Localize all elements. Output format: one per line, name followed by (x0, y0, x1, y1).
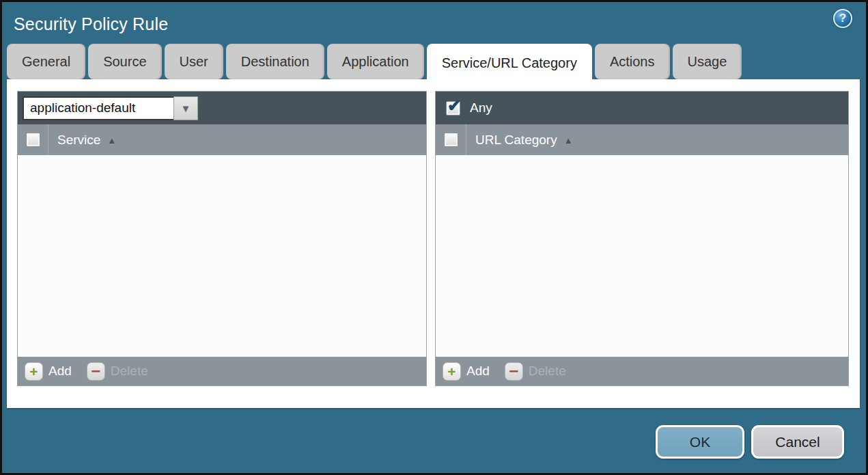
service-type-dropdown-button[interactable]: ▼ (173, 96, 198, 120)
any-checkbox[interactable]: ✔ (446, 101, 460, 116)
url-category-select-all-checkbox[interactable] (444, 133, 458, 147)
dialog-title: Security Policy Rule (14, 14, 168, 34)
sort-ascending-icon: ▲ (564, 135, 573, 145)
url-category-column-label-cell[interactable]: URL Category ▲ (466, 124, 573, 155)
tab-service-url-category[interactable]: Service/URL Category (427, 44, 592, 82)
url-category-column-header: URL Category ▲ (436, 124, 848, 156)
ok-button[interactable]: OK (656, 425, 744, 459)
service-type-input[interactable] (23, 96, 173, 120)
tab-label: Actions (610, 54, 655, 70)
checkmark-icon: ✔ (447, 98, 461, 114)
tab-general[interactable]: General (7, 44, 85, 79)
any-label: Any (470, 100, 492, 116)
tab-source[interactable]: Source (88, 44, 161, 79)
chevron-down-icon: ▼ (181, 103, 191, 114)
service-toolbar: ▼ (18, 92, 426, 124)
url-category-add-button[interactable]: + Add (443, 362, 490, 381)
url-category-column-label: URL Category (475, 133, 557, 148)
sort-ascending-icon: ▲ (107, 135, 116, 145)
tab-label: Service/URL Category (442, 55, 577, 71)
tab-label: Application (342, 54, 409, 70)
url-category-footer: + Add − Delete (436, 357, 848, 385)
tab-label: Usage (688, 54, 727, 70)
url-category-delete-button[interactable]: − Delete (505, 362, 566, 381)
tab-usage[interactable]: Usage (673, 44, 742, 79)
tab-label: User (180, 54, 208, 70)
service-list[interactable] (18, 156, 426, 357)
service-select-all-cell (18, 124, 48, 155)
tab-bar: General Source User Destination Applicat… (7, 44, 742, 79)
service-column-header: Service ▲ (18, 124, 426, 156)
tab-label: Source (103, 54, 146, 70)
service-column-label-cell[interactable]: Service ▲ (48, 124, 116, 155)
any-row: ✔ Any (440, 100, 492, 116)
dialog-titlebar: Security Policy Rule ? (14, 10, 856, 38)
tab-actions[interactable]: Actions (595, 44, 670, 79)
delete-icon: − (505, 362, 523, 381)
dialog-background: Security Policy Rule ? General Source Us… (2, 2, 866, 473)
delete-button-label: Delete (111, 364, 148, 379)
tab-user[interactable]: User (165, 44, 223, 79)
delete-icon: − (87, 362, 105, 381)
help-icon[interactable]: ? (833, 9, 852, 28)
service-panel: ▼ Service ▲ + Add − (17, 91, 427, 386)
add-button-label: Add (48, 364, 72, 379)
tab-label: General (22, 54, 70, 70)
service-add-button[interactable]: + Add (25, 362, 72, 381)
add-button-label: Add (466, 364, 490, 379)
add-icon: + (25, 362, 43, 381)
tab-application[interactable]: Application (327, 44, 424, 79)
service-select-all-checkbox[interactable] (26, 133, 40, 147)
url-category-list[interactable] (436, 156, 848, 357)
service-footer: + Add − Delete (18, 357, 426, 385)
help-icon-glyph: ? (839, 12, 846, 25)
add-icon: + (443, 362, 461, 381)
tab-destination[interactable]: Destination (226, 44, 324, 79)
service-delete-button[interactable]: − Delete (87, 362, 148, 381)
url-category-select-all-cell (436, 124, 466, 155)
delete-button-label: Delete (529, 364, 566, 379)
tab-content-area: ▼ Service ▲ + Add − (7, 79, 860, 408)
url-category-panel: ✔ Any URL Category ▲ + Add (435, 91, 849, 386)
url-category-toolbar: ✔ Any (436, 92, 848, 124)
service-column-label: Service (57, 133, 100, 148)
cancel-button[interactable]: Cancel (751, 425, 844, 459)
service-type-dropdown: ▼ (23, 96, 198, 120)
tab-label: Destination (241, 54, 309, 70)
